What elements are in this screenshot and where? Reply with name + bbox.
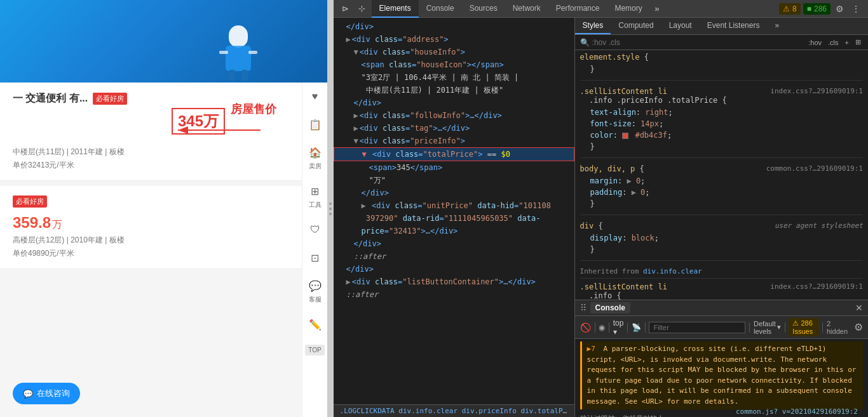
left-panel: 一 交通便利 有... 必看好房 345万 房屋售价 中楼层(共11层) | 2… xyxy=(0,0,327,417)
console-content[interactable]: ▶7 A parser-blocking, cross site (i.e. d… xyxy=(575,339,868,417)
add-rule-button[interactable]: + xyxy=(843,38,851,47)
dom-line[interactable]: </div> xyxy=(334,263,574,275)
style-block-div: div { user agent stylesheet display: blo… xyxy=(580,222,863,261)
dom-line[interactable]: ▶<div class="tag">…</div> xyxy=(334,122,574,135)
default-levels-selector[interactable]: Default levels ▾ xyxy=(754,320,781,335)
style-source[interactable]: index.css?…291609019:1 xyxy=(770,87,863,107)
dom-line[interactable]: ▶ <div class="unitPrice" data-hid="10110… xyxy=(334,199,574,212)
console-title: Console xyxy=(590,302,630,314)
clipboard-icon: 📋 xyxy=(308,117,323,132)
listing-card-1[interactable]: 一 交通便利 有... 必看好房 345万 房屋售价 中楼层(共11层) | 2… xyxy=(0,83,327,181)
listing-info-2: 高楼层(共12层) | 2010年建 | 板楼 xyxy=(13,235,315,246)
listing-card-2[interactable]: 必看好房 359.8 万 高楼层(共12层) | 2010年建 | 板楼 单价4… xyxy=(0,186,327,269)
tab-sources[interactable]: Sources xyxy=(462,0,505,18)
styles-filter-input[interactable] xyxy=(592,38,804,47)
tab-performance[interactable]: Performance xyxy=(548,0,607,18)
sidebar-icon-tools[interactable]: ⊞ 工具 xyxy=(308,183,323,209)
price-annotation-label: 房屋售价 xyxy=(231,102,276,117)
styles-filter-bar: 🔍 :hov .cls + ⊞ xyxy=(575,35,868,50)
console-warning-message: ▶7 A parser-blocking, cross site (i.e. d… xyxy=(580,341,863,409)
tab-more-styles[interactable]: » xyxy=(767,18,787,34)
warning-source[interactable]: common.js? v=20210429160919:2 xyxy=(736,407,858,417)
tab-styles[interactable]: Styles xyxy=(575,18,611,34)
dom-breadcrumb: .LOGCLICKDATA div.info.clear div.priceIn… xyxy=(334,404,574,417)
dom-line[interactable]: "3室2厅 | 106.44平米 | 南 北 | 简装 | xyxy=(334,71,574,84)
style-selector-sell: .sellListContent li .info .priceInfo .to… xyxy=(580,87,727,105)
dom-line[interactable]: ▶<div class="followInfo">…</div> xyxy=(334,109,574,122)
tab-computed[interactable]: Computed xyxy=(611,18,661,34)
dom-line[interactable]: </div> xyxy=(334,96,574,109)
issues-button[interactable]: ⚠ 286 Issues xyxy=(789,318,818,336)
house-icon-label: 卖房 xyxy=(309,162,322,171)
console-filter-input[interactable] xyxy=(649,322,745,333)
dom-line[interactable]: </div> xyxy=(334,187,574,199)
dom-line[interactable]: ::after xyxy=(334,288,574,301)
dom-line[interactable]: 中楼层(共11层) | 2011年建 | 板楼" xyxy=(334,84,574,96)
sidebar-icon-screen[interactable]: ⊡ xyxy=(308,250,323,265)
style-selector: element.style { xyxy=(580,53,863,62)
sidebar-icon-heart[interactable]: ♥ xyxy=(308,89,323,104)
warning-number: ▶7 xyxy=(587,345,595,353)
color-swatch xyxy=(622,133,628,139)
sidebar-icon-shield[interactable]: 🛡 xyxy=(308,222,323,237)
warning-icon: ⚠ xyxy=(783,4,790,13)
error-badge[interactable]: ■ 286 xyxy=(803,3,831,15)
svg-rect-4 xyxy=(229,70,235,81)
dom-line[interactable]: price="32413">…</div> xyxy=(334,225,574,237)
separator2 xyxy=(609,322,609,333)
dom-tree[interactable]: </div> ▶<div class="address"> ▼<div clas… xyxy=(334,18,574,404)
settings-icon-console[interactable]: ⚙ xyxy=(854,321,863,333)
dom-line[interactable]: <span>345</span> xyxy=(334,161,574,174)
tab-network[interactable]: Network xyxy=(505,0,548,18)
listing-badge-1: 必看好房 xyxy=(93,93,127,105)
dom-line[interactable]: <span class="houseIcon"></span> xyxy=(334,58,574,71)
online-consult-button[interactable]: 💬 在线咨询 xyxy=(13,383,80,404)
settings-icon[interactable]: ⚙ xyxy=(833,4,846,14)
top-button[interactable]: TOP xyxy=(305,345,324,355)
sidebar-icon-house[interactable]: 🏠 卖房 xyxy=(308,145,323,171)
style-block-element: element.style { } xyxy=(580,53,863,81)
dom-line[interactable]: ▼<div class="houseInfo"> xyxy=(334,46,574,58)
cls-button[interactable]: .cls xyxy=(826,38,841,47)
dom-line[interactable]: ▶<div class="address"> xyxy=(334,33,574,46)
style-source-info[interactable]: index.css?…291609019:1 xyxy=(770,282,863,300)
sidebar-icon-edit[interactable]: ✏️ xyxy=(308,317,323,332)
sidebar-icon-clipboard[interactable]: 📋 xyxy=(308,117,323,132)
filter-icon: 🔍 xyxy=(580,38,590,47)
hov-button[interactable]: :hov xyxy=(806,38,824,47)
panel-divider[interactable] xyxy=(327,0,334,417)
dom-line[interactable]: </div> xyxy=(334,237,574,250)
tab-console[interactable]: Console xyxy=(419,0,462,18)
tools-icon: ⊞ xyxy=(308,183,323,199)
force-state-button[interactable]: ⊞ xyxy=(853,37,863,47)
console-minimize-icon[interactable]: ✕ xyxy=(855,303,863,313)
tab-layout[interactable]: Layout xyxy=(661,18,700,34)
devtools-cursor-icon[interactable]: ⊳ xyxy=(339,2,353,16)
style-rule: display: block; xyxy=(580,232,863,244)
devtools-inspect-icon[interactable]: ⊹ xyxy=(355,2,369,16)
console-clear-icon[interactable]: 🚫 xyxy=(580,322,591,333)
tab-memory[interactable]: Memory xyxy=(607,0,649,18)
dom-line[interactable]: "万" xyxy=(334,174,574,187)
separator3 xyxy=(627,322,628,333)
more-options-icon[interactable]: ⋮ xyxy=(849,4,863,14)
separator7 xyxy=(822,322,823,333)
style-source-body[interactable]: common.css?…291609019:1 xyxy=(766,164,863,175)
sidebar-icon-service[interactable]: 💬 客服 xyxy=(308,278,323,304)
dom-line[interactable]: ▶<div class="listButtonContainer">…</div… xyxy=(334,275,574,288)
dom-line[interactable]: 397290" data-rid="1111045965035" data- xyxy=(334,212,574,225)
context-selector[interactable]: top ▾ xyxy=(613,319,624,336)
tab-event-listeners[interactable]: Event Listeners xyxy=(700,18,768,34)
separator6 xyxy=(785,322,785,333)
warning-text: A parser-blocking, cross site (i.e. diff… xyxy=(587,345,857,406)
tab-elements[interactable]: Elements xyxy=(372,0,419,18)
dom-line[interactable]: ::after xyxy=(334,250,574,263)
dom-line[interactable]: </div> xyxy=(334,20,574,33)
dom-line[interactable]: ▼<div class="priceInfo"> xyxy=(334,135,574,147)
more-tabs-icon[interactable]: » xyxy=(650,2,664,16)
console-drag-icon: ⠿ xyxy=(580,303,587,313)
listing-info-1: 中楼层(共11层) | 2011年建 | 板楼 xyxy=(13,147,315,157)
dom-line-selected[interactable]: ▼ <div class="totalPrice"> == $0 xyxy=(334,147,574,161)
warning-badge[interactable]: ⚠ 8 xyxy=(779,3,801,15)
error-icon: ■ xyxy=(807,4,811,13)
